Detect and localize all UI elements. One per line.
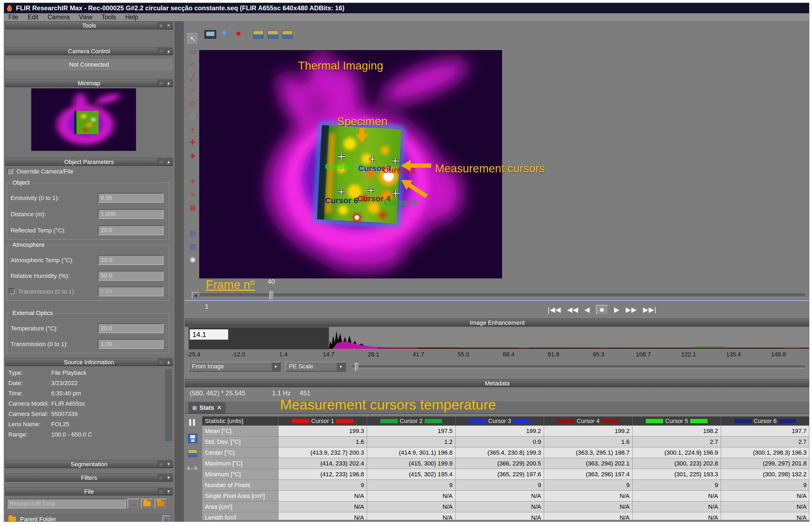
scale-min-value[interactable]: 14.1 <box>190 329 228 340</box>
step-back-button[interactable]: ◀ <box>584 305 590 314</box>
tab-stats[interactable]: ▦ Stats ✕ <box>189 402 225 413</box>
cursor-4-column-header[interactable]: Cursor 4 <box>544 417 633 426</box>
record-icon[interactable]: ● <box>236 28 241 39</box>
collapse-icon[interactable]: − <box>158 488 164 495</box>
reflected-temp-field[interactable]: 20.0 <box>98 225 164 235</box>
cursor-3-column-header[interactable]: Cursor 3 <box>455 417 544 426</box>
distance-field[interactable]: 1.000 <box>98 209 164 219</box>
transmission-field[interactable]: 0.99 <box>98 287 164 296</box>
menu-tools[interactable]: Tools <box>102 14 116 21</box>
relative-humidity-label: Relative Humidity (%): <box>11 272 70 280</box>
browse-button[interactable]: ... <box>127 499 139 509</box>
expand-down-icon[interactable]: ▼ <box>165 461 172 467</box>
frame-slider-track[interactable] <box>200 294 805 297</box>
expand-down-icon[interactable]: ▼ <box>165 488 172 495</box>
add-cursor-icon[interactable]: + <box>187 124 198 135</box>
crosshair-tool-icon[interactable]: ✦ <box>220 27 228 39</box>
panel-overflow-button[interactable]: « <box>158 22 164 29</box>
pause-stats-icon[interactable]: ▌▌ <box>189 419 197 425</box>
cursor-2-column-header[interactable]: Cursor 2 <box>367 417 455 426</box>
ellipse-roi-icon[interactable]: ○ <box>187 59 198 70</box>
override-camera-file-checkbox[interactable] <box>7 168 13 174</box>
rotate-icon[interactable]: ↻ <box>187 163 198 174</box>
measure-icon[interactable]: a↔b <box>187 465 197 471</box>
burst-marker-icon[interactable]: ✳ <box>187 176 198 186</box>
star-cursor-icon[interactable]: ✚ <box>187 137 198 148</box>
export-stats-image-icon[interactable] <box>188 450 197 457</box>
cursor-5-column-header[interactable]: Cursor 5 <box>633 417 721 426</box>
fast-rewind-button[interactable]: ◀◀ <box>567 305 578 314</box>
expand-up-icon[interactable]: ▲ <box>165 359 172 365</box>
stat-value-cell: (415, 302) 195.4 <box>367 469 455 480</box>
rectangle-roi-icon[interactable]: ▭ <box>187 46 198 57</box>
frame-slider-handle[interactable] <box>269 291 274 300</box>
emissivity-field[interactable]: 0.95 <box>98 193 164 203</box>
menu-camera[interactable]: Camera <box>48 14 70 21</box>
expand-down-icon[interactable]: ▼ <box>165 475 172 481</box>
stop-button[interactable]: ■ <box>596 305 608 314</box>
cursor-6-column-header[interactable]: Cursor 6 <box>721 417 809 426</box>
open-roi-file-icon[interactable]: ▰ <box>187 215 198 225</box>
collapse-icon[interactable]: − <box>158 359 164 365</box>
chevron-down-icon[interactable]: ▼ <box>337 363 345 371</box>
play-button[interactable]: ▶ <box>614 305 619 314</box>
diamond-marker-icon[interactable]: ◆ <box>187 150 198 161</box>
export-frame-icon[interactable] <box>268 31 278 39</box>
sidebar-scrollbar[interactable]: ▲ <box>175 21 184 522</box>
jump-to-end-button[interactable]: ▶▶| <box>643 305 656 314</box>
panel-close-button[interactable]: ✕ <box>165 22 172 29</box>
file-path-input[interactable]: ResearchIR Data <box>7 499 126 509</box>
minimap-thumbnail[interactable] <box>31 88 136 151</box>
collapse-icon[interactable]: − <box>158 159 164 165</box>
scroll-down-icon[interactable]: ▼ <box>166 434 171 440</box>
expand-up-icon[interactable]: ▲ <box>165 48 172 55</box>
collapse-icon[interactable]: − <box>158 80 164 86</box>
open-folder-button[interactable] <box>141 499 153 509</box>
curve-roi-icon[interactable]: ∅ <box>187 111 198 121</box>
copy-image-icon[interactable] <box>282 31 292 39</box>
optics-transmission-field[interactable]: 1.00 <box>98 339 164 349</box>
menu-edit[interactable]: Edit <box>28 14 39 21</box>
scale-mode-select[interactable]: PE Scale ▼ <box>286 362 346 372</box>
visibility-toggle-icon[interactable]: ◉ <box>187 254 198 265</box>
fast-forward-button[interactable]: ▶▶ <box>626 305 637 314</box>
refresh-folder-button[interactable] <box>154 499 166 509</box>
source-info-scrollbar[interactable]: ▼ <box>165 370 172 441</box>
histogram-display[interactable] <box>329 328 809 349</box>
parent-folder-item[interactable]: Parent Folder ▲ <box>6 514 172 522</box>
grid-tool-icon[interactable]: ▦ <box>187 202 198 212</box>
line-roi-icon[interactable]: ╱ <box>187 72 198 82</box>
collapse-icon[interactable]: − <box>158 48 164 55</box>
close-icon[interactable]: ✕ <box>217 404 222 411</box>
scroll-up-icon[interactable]: ▲ <box>175 23 184 29</box>
menu-file[interactable]: File <box>9 14 18 21</box>
optics-temperature-field[interactable]: 20.0 <box>98 324 164 333</box>
palette-source-select[interactable]: From Image ▼ <box>189 362 281 372</box>
chevron-down-icon[interactable]: ▼ <box>272 363 280 371</box>
transmission-checkbox[interactable] <box>9 288 15 294</box>
enhancement-slider-handle[interactable] <box>355 363 359 371</box>
expand-up-icon[interactable]: ▲ <box>165 159 172 165</box>
menu-help[interactable]: Help <box>125 14 138 21</box>
import-image-icon[interactable]: ▤ <box>187 228 198 238</box>
export-image-icon[interactable]: ▥ <box>187 241 198 251</box>
cursor-1-column-header[interactable]: Cursor 1 <box>279 417 367 426</box>
save-stats-icon[interactable] <box>188 434 197 443</box>
atmospheric-temp-field[interactable]: 20.0 <box>98 255 164 265</box>
stat-value-cell: N/A <box>633 491 721 501</box>
jump-to-start-button[interactable]: |◀◀ <box>547 305 561 314</box>
relative-humidity-field[interactable]: 50.0 <box>98 271 164 281</box>
file-list-scroll-up-button[interactable]: ▲ <box>162 515 170 522</box>
snapshot-icon[interactable] <box>253 31 264 39</box>
polygon-roi-icon[interactable]: ◇ <box>187 98 198 108</box>
collapse-icon[interactable]: − <box>158 461 164 467</box>
expand-up-icon[interactable]: ▲ <box>165 80 172 86</box>
menu-view[interactable]: View <box>79 14 92 21</box>
pointer-tool-icon[interactable]: ↖ <box>187 33 198 44</box>
collapse-icon[interactable]: − <box>158 475 164 481</box>
frame-slider-left-button[interactable]: ◀ <box>192 292 199 299</box>
polyline-roi-icon[interactable]: ~ <box>187 85 198 95</box>
enhancement-slider-track[interactable] <box>352 365 805 368</box>
delete-roi-icon[interactable]: × <box>187 189 198 199</box>
camera-view-icon[interactable] <box>204 30 216 39</box>
